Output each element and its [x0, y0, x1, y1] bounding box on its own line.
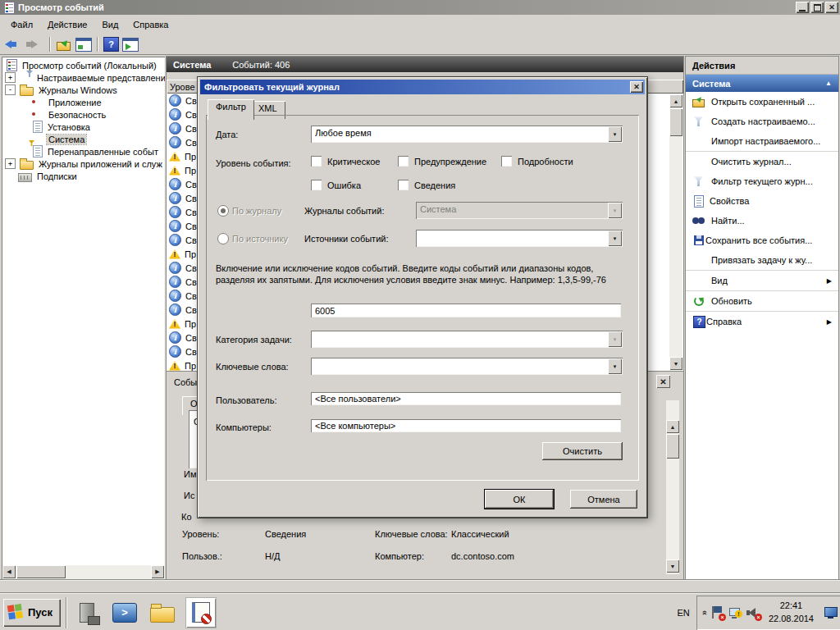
language-indicator[interactable]: EN	[678, 608, 690, 618]
preview-vscrollbar[interactable]: ▲ ▼	[666, 400, 679, 574]
tree-item-forwarded-events[interactable]: Перенаправленные событ	[2, 145, 165, 158]
by-log-label: По журналу	[232, 206, 281, 216]
computer-value: dc.contoso.com	[451, 551, 514, 561]
by-log-radio[interactable]	[217, 205, 229, 217]
scroll-down-button[interactable]: ▼	[669, 357, 682, 370]
event-ids-input[interactable]	[311, 304, 621, 317]
tree-item-subscriptions[interactable]: Подписки	[2, 170, 165, 182]
show-desktop-button[interactable]	[824, 606, 838, 619]
toolbar-separator[interactable]	[97, 37, 98, 52]
tree-item-root[interactable]: Просмотр событий (Локальный)	[2, 59, 165, 71]
close-button[interactable]: ✕	[825, 2, 838, 13]
level-error-checkbox[interactable]	[311, 180, 322, 190]
action-save-all-events[interactable]: Сохранить все события... ▶	[686, 231, 838, 250]
action-find[interactable]: Найти... ▶	[686, 211, 838, 231]
expand-tray-chevron-icon[interactable]: »	[699, 609, 709, 614]
ok-button[interactable]: ОК	[485, 490, 554, 509]
start-button[interactable]: Пуск	[3, 599, 61, 627]
tree-hscrollbar[interactable]: ◀ ▶	[2, 565, 164, 578]
tree-item-system[interactable]: Система	[2, 133, 165, 145]
tree-expander[interactable]: +	[5, 72, 16, 83]
event-level-icon	[169, 276, 181, 288]
actions-section-system[interactable]: Система ▲	[686, 75, 838, 92]
keywords-select[interactable]: ▼	[311, 358, 623, 375]
dropdown-arrow-icon[interactable]: ▼	[608, 126, 622, 142]
level-verbose-checkbox[interactable]	[501, 156, 512, 167]
server-manager-icon[interactable]	[72, 598, 102, 628]
task-category-select: ▼	[311, 331, 623, 348]
console-tree-toggle-icon[interactable]	[75, 38, 92, 52]
action-pane-toggle-icon[interactable]	[122, 38, 139, 52]
level-information-checkbox[interactable]	[398, 180, 409, 190]
events-vscrollbar[interactable]: ▲ ▼	[669, 94, 682, 370]
back-icon[interactable]	[5, 37, 23, 52]
taskbar-divider	[66, 597, 67, 628]
app-icon	[4, 2, 15, 14]
tree-hscroll-thumb[interactable]	[16, 565, 66, 578]
action-center-icon[interactable]: ×	[710, 605, 724, 620]
clock[interactable]: 22:41 22.08.2014	[764, 600, 819, 626]
dropdown-arrow-icon[interactable]: ▼	[608, 231, 622, 246]
event-viewer-icon[interactable]	[185, 597, 217, 628]
user-input[interactable]	[311, 392, 621, 405]
menu-item[interactable]: Справка	[126, 17, 176, 32]
tree-item-app-services-logs[interactable]: + Журналы приложений и служ	[2, 158, 165, 170]
scroll-up-button[interactable]: ▲	[669, 94, 682, 107]
action-filter-current-log[interactable]: Фильтр текущего журн... ▶	[686, 171, 838, 191]
powershell-icon[interactable]	[110, 598, 139, 628]
tree-item-windows-logs[interactable]: - Журналы Windows	[2, 84, 165, 96]
action-attach-task-to-log[interactable]: Привязать задачу к жу... ▶	[686, 250, 838, 270]
scroll-down-button[interactable]: ▼	[666, 559, 679, 573]
action-properties[interactable]: Свойства ▶	[686, 191, 838, 211]
action-create-custom-view[interactable]: Создать настраиваемо... ▶	[686, 112, 838, 131]
scroll-left-button[interactable]: ◀	[2, 565, 16, 578]
tree-item-application[interactable]: Приложение	[2, 96, 165, 108]
tree-item-security[interactable]: Безопасность	[2, 108, 165, 121]
menu-item[interactable]: Вид	[94, 17, 126, 32]
preview-close-button[interactable]: ✕	[656, 375, 670, 388]
by-source-label: По источнику	[232, 234, 288, 244]
scroll-up-button[interactable]: ▲	[666, 420, 679, 433]
explorer-folder-icon[interactable]	[148, 598, 177, 628]
dropdown-arrow-icon[interactable]: ▼	[608, 358, 622, 374]
level-critical-checkbox[interactable]	[311, 156, 322, 167]
network-status-icon[interactable]: !	[728, 605, 742, 620]
action-refresh[interactable]: Обновить ▶	[686, 290, 838, 311]
minimize-button[interactable]	[796, 2, 809, 13]
toolbar-separator[interactable]	[49, 37, 51, 52]
volume-icon[interactable]: ×	[746, 605, 760, 620]
restore-button[interactable]	[810, 2, 824, 13]
preview-vscroll-thumb[interactable]	[666, 434, 679, 459]
action-open-saved-log[interactable]: Открыть сохраненный ... ▶	[686, 92, 838, 112]
action-help[interactable]: Справка ▶	[686, 311, 838, 331]
by-source-radio[interactable]	[217, 233, 229, 244]
tree-item-setup[interactable]: Установка	[2, 121, 165, 133]
action-icon	[694, 195, 704, 208]
help-icon[interactable]	[103, 37, 119, 52]
date-filter-select[interactable]: Любое время ▼	[311, 126, 623, 143]
action-view[interactable]: Вид ▶	[686, 270, 838, 290]
menu-item[interactable]: Файл	[3, 17, 40, 32]
window-titlebar[interactable]: Просмотр событий ✕	[0, 0, 840, 15]
open-saved-log-icon[interactable]	[56, 38, 72, 51]
event-sources-select[interactable]: ▼	[416, 230, 623, 247]
scroll-right-button[interactable]: ▶	[151, 565, 164, 578]
computers-input[interactable]	[311, 419, 621, 432]
event-level-icon	[169, 304, 181, 316]
menu-item[interactable]: Действие	[40, 17, 94, 32]
tab-filter[interactable]: Фильтр	[208, 99, 254, 120]
events-vscroll-thumb[interactable]	[669, 108, 682, 136]
action-clear-log[interactable]: Очистить журнал... ▶	[686, 151, 838, 171]
dialog-titlebar[interactable]: Фильтровать текущий журнал ✕	[200, 80, 645, 94]
tree-expander[interactable]: -	[5, 84, 16, 95]
tree-item-custom-views[interactable]: + Настраиваемые представлени	[2, 71, 165, 84]
forward-icon[interactable]	[26, 37, 44, 52]
level-warning-checkbox[interactable]	[398, 156, 409, 167]
clear-button[interactable]: Очистить	[542, 442, 623, 460]
tree-expander[interactable]: +	[5, 158, 16, 169]
action-import-custom-view[interactable]: Импорт настраиваемого... ▶	[686, 131, 838, 151]
dialog-close-button[interactable]: ✕	[630, 81, 643, 93]
cancel-button[interactable]: Отмена	[570, 490, 637, 509]
collapse-section-icon[interactable]: ▲	[825, 80, 832, 87]
actions-panel: Действия Система ▲ Открыть сохраненный .…	[686, 57, 838, 579]
